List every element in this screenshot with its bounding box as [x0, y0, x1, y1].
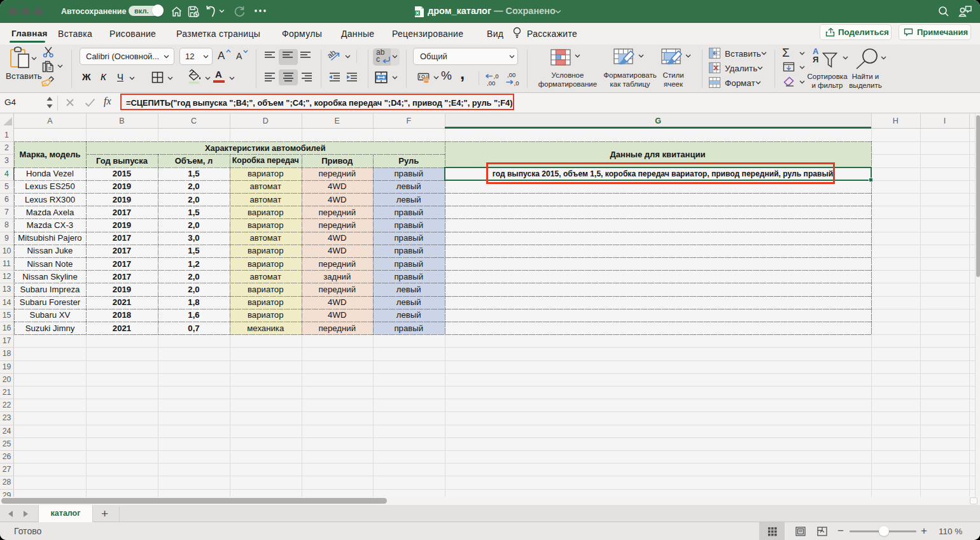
svg-text:,0: ,0 [494, 73, 499, 80]
svg-text:,00: ,00 [487, 80, 495, 87]
svg-text:,00: ,00 [507, 71, 515, 78]
svg-text:,0: ,0 [514, 80, 519, 87]
